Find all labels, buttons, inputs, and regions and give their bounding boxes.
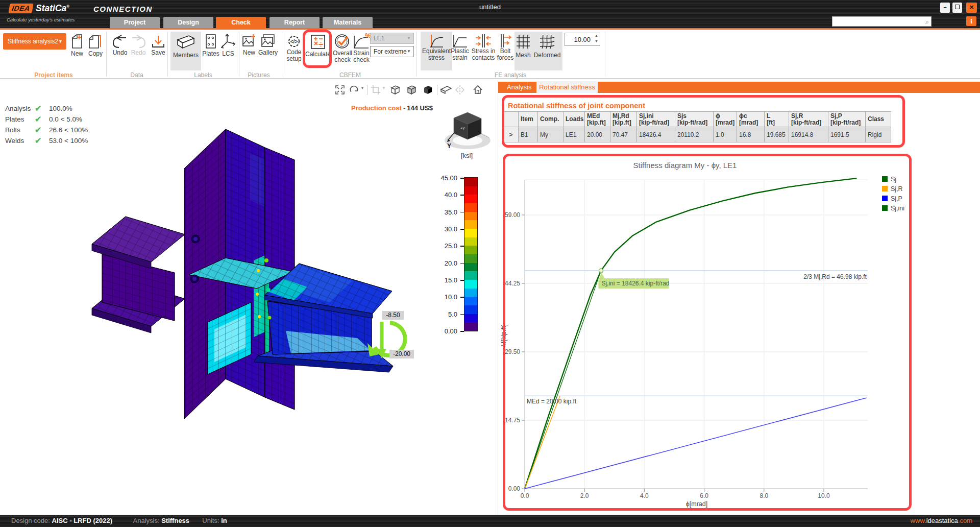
copy-icon bbox=[88, 34, 103, 49]
analysis-type-label: Analysis: bbox=[133, 517, 160, 524]
chevron-down-icon[interactable]: ▼ bbox=[360, 86, 364, 90]
moment-label-top: -8.50 bbox=[382, 311, 404, 320]
fem-model[interactable] bbox=[46, 92, 434, 419]
stress-in-contacts-toggle[interactable]: Stress incontacts bbox=[470, 34, 497, 61]
color-scale-tick: 10.0 bbox=[434, 293, 457, 301]
search-icon: ⌕ bbox=[925, 18, 929, 26]
status-bar: Design code: AISC - LRFD (2022) Analysis… bbox=[0, 515, 980, 527]
document-title: untitled bbox=[439, 3, 541, 11]
info-button[interactable]: i bbox=[966, 16, 976, 26]
bolt-forces-toggle[interactable]: Boltforces bbox=[496, 34, 514, 61]
viewport-3d[interactable]: Analysis✔100.0%Plates✔0.0 < 5.0%Bolts✔26… bbox=[0, 80, 498, 515]
search-input[interactable] bbox=[834, 17, 920, 26]
clip-view-icon[interactable] bbox=[440, 85, 452, 94]
svg-text:10.0: 10.0 bbox=[818, 492, 830, 499]
redo-icon bbox=[130, 35, 147, 49]
tab-check[interactable]: Check bbox=[216, 17, 266, 28]
color-scale-tick: 40.0 bbox=[434, 191, 457, 199]
tab-report[interactable]: Report bbox=[270, 17, 320, 28]
stress-in-contacts-label: Stress incontacts bbox=[470, 48, 497, 61]
gallery-button[interactable]: Gallery bbox=[257, 34, 279, 56]
svg-text:Sj: Sj bbox=[891, 176, 896, 183]
series-Sj,P bbox=[525, 398, 867, 489]
idea-logo: IDEA bbox=[8, 4, 33, 13]
maximize-button[interactable] bbox=[952, 3, 962, 13]
tab-design[interactable]: Design bbox=[163, 17, 213, 28]
cube-axis-label: Y bbox=[447, 142, 451, 150]
analysis-selector[interactable]: Stiffness analysis2▼ bbox=[3, 33, 66, 50]
load-effect-combo[interactable]: LE1 ▼ bbox=[370, 33, 414, 44]
minimize-button[interactable]: – bbox=[940, 3, 950, 13]
plates-toggle[interactable]: Plates bbox=[202, 34, 219, 57]
deformed-toggle[interactable]: Deformed bbox=[532, 32, 562, 70]
equivalent-stress-toggle[interactable]: Equivalentstress bbox=[421, 32, 452, 70]
tab-materials[interactable]: Materials bbox=[323, 17, 373, 28]
color-scale-tick: 45.00 bbox=[434, 174, 457, 182]
plastic-strain-label: Plasticstrain bbox=[450, 48, 470, 61]
deformed-icon bbox=[540, 35, 555, 49]
overall-check-button[interactable]: Overallcheck bbox=[332, 33, 353, 63]
svg-text:4.0: 4.0 bbox=[640, 492, 649, 499]
strain-check-label: Straincheck bbox=[352, 50, 371, 63]
calculate-icon bbox=[310, 34, 326, 50]
summary-label: Bolts bbox=[5, 126, 20, 134]
mesh-toggle[interactable]: Mesh bbox=[514, 32, 532, 70]
svg-text:8.0: 8.0 bbox=[760, 492, 768, 499]
svg-text:%: % bbox=[365, 33, 370, 39]
check-icon: ✔ bbox=[35, 104, 41, 113]
code-setup-button[interactable]: </> Codesetup bbox=[284, 34, 304, 62]
calculate-button[interactable]: Calculate bbox=[305, 34, 331, 58]
bolt-forces-icon bbox=[498, 34, 513, 48]
check-icon: ✔ bbox=[35, 125, 41, 135]
spinner-down-icon[interactable]: ▼ bbox=[595, 39, 598, 43]
code-setup-icon: </> bbox=[286, 34, 302, 49]
undo-button[interactable]: Undo bbox=[110, 35, 130, 56]
svg-text:6.0: 6.0 bbox=[700, 492, 708, 499]
view-cube[interactable]: +Y Y bbox=[443, 108, 494, 154]
spinner-up-icon[interactable]: ▲ bbox=[595, 34, 598, 37]
svg-text:14.75: 14.75 bbox=[505, 417, 520, 424]
plates-icon bbox=[205, 34, 216, 49]
group-label-fe-analysis: FE analysis bbox=[485, 71, 536, 79]
chevron-down-icon: ▼ bbox=[407, 36, 411, 40]
code-setup-label: Codesetup bbox=[284, 49, 304, 62]
strain-check-button[interactable]: % Straincheck bbox=[352, 33, 371, 63]
redo-button[interactable]: Redo bbox=[129, 35, 148, 56]
svg-text:0.00: 0.00 bbox=[508, 485, 521, 492]
svg-text:M[kip.ft]: M[kip.ft] bbox=[500, 324, 507, 347]
lcs-toggle[interactable]: LCS bbox=[219, 34, 237, 57]
color-scale-tick: 35.0 bbox=[434, 208, 457, 216]
close-button[interactable]: ✕ bbox=[966, 3, 977, 13]
svg-text:29.50: 29.50 bbox=[505, 348, 520, 355]
undo-icon bbox=[111, 35, 129, 49]
new-picture-button[interactable]: New bbox=[241, 34, 257, 56]
plastic-strain-toggle[interactable]: Plasticstrain bbox=[450, 34, 470, 61]
bolt-forces-label: Boltforces bbox=[496, 48, 514, 61]
extreme-combo[interactable]: For extreme ▼ bbox=[370, 46, 414, 57]
mirror-view-icon[interactable] bbox=[454, 85, 465, 95]
check-summary-row: Bolts✔26.6 < 100% bbox=[5, 126, 20, 137]
group-label-cbfem: CBFEM bbox=[325, 71, 376, 79]
svg-text:2.0: 2.0 bbox=[580, 492, 589, 499]
website-link[interactable]: www.ideastatica.com bbox=[911, 517, 972, 524]
color-scale-tick: 30.0 bbox=[434, 225, 457, 233]
deformed-scale-spinner[interactable]: 10.00 ▲ ▼ bbox=[565, 33, 600, 46]
new-project-item-button[interactable]: New bbox=[68, 34, 86, 57]
copy-button[interactable]: Copy bbox=[86, 34, 105, 57]
svg-text:Sj,P: Sj,P bbox=[891, 195, 902, 202]
search-box[interactable]: ⌕ bbox=[832, 16, 932, 27]
home-view-icon[interactable] bbox=[473, 85, 483, 95]
summary-label: Welds bbox=[5, 137, 24, 145]
save-button[interactable]: Save bbox=[149, 35, 167, 56]
app-name: CONNECTION bbox=[93, 5, 153, 13]
tab-project[interactable]: Project bbox=[110, 17, 160, 28]
design-code-value: AISC - LRFD (2022) bbox=[52, 517, 112, 524]
check-summary-row: Welds✔53.0 < 100% bbox=[5, 137, 24, 148]
mesh-icon bbox=[516, 35, 530, 49]
members-toggle[interactable]: Members bbox=[170, 32, 201, 70]
color-scale-tick: 25.0 bbox=[434, 242, 457, 250]
plastic-strain-icon bbox=[452, 34, 468, 48]
color-scale-tick: 20.0 bbox=[434, 259, 457, 267]
group-label-labels: Labels bbox=[178, 71, 229, 79]
summary-label: Plates bbox=[5, 115, 24, 123]
